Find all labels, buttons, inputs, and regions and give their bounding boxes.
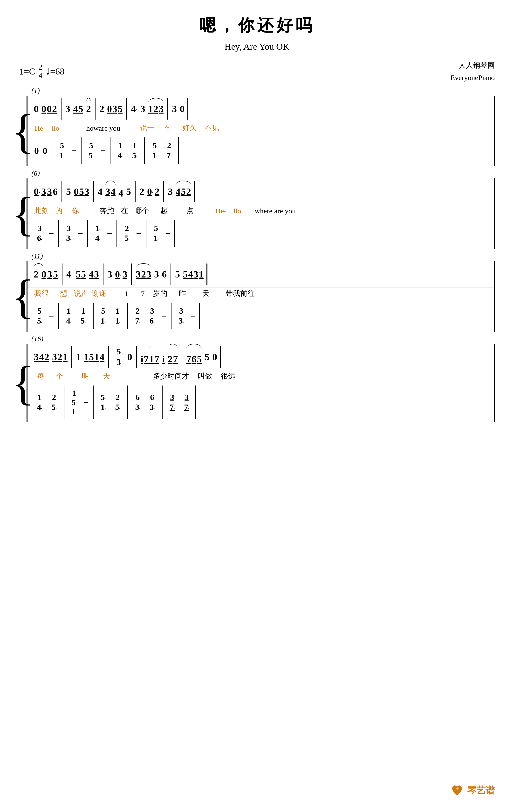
lyric: where are you [255,207,296,215]
lyrics-row-1: He- llo howare you 说一 句 好久 不见 [28,122,494,135]
lyric: 个 [53,371,66,381]
final-barline-bass [195,385,196,419]
barline [93,181,94,202]
final-barline-bass [199,303,200,329]
note: 5 3 [113,346,124,367]
bass-note: 6 3· [147,393,158,412]
brace-1: { [19,96,27,166]
brace-2: { [19,178,27,249]
barline [72,346,72,368]
final-barline [194,181,195,202]
barline [108,346,109,368]
logo-area: 琴艺谱 [450,783,495,798]
lyric: 奔跑 [100,206,114,216]
lyric: 天 [200,289,212,298]
lyric: 想 [57,289,70,298]
barline [135,181,136,202]
barline [61,98,61,120]
lyrics-row-4: 每 个 明 天 多少时间才 叫做 很远 [28,370,494,383]
site-info: 人人钢琴网 EveryonePiano [451,59,495,84]
lyric: 哪个 [135,206,149,216]
barline-bass [116,220,117,246]
lyric: 的 [53,206,65,216]
bass-note: 3 6· [147,306,158,326]
tempo-mark: ♩=68 [46,66,64,77]
bass-note: 1 5· [78,306,88,326]
site-cn: 人人钢琴网 [451,59,495,71]
lyric: 说声 [74,289,88,298]
section-label-1: (1) [31,87,40,95]
final-barline [220,346,221,368]
site-en: EveryonePiano [451,71,495,84]
logo-icon [450,783,464,798]
barline [62,263,62,285]
barline [136,346,137,368]
lyric: He- [215,207,227,215]
system-2: (6) { 0· 3 3 6 5 0 5 [19,178,495,249]
lyric: 句 [162,123,175,133]
page: 嗯，你还好吗 Hey, Are You OK 1=C 2 4 ♩=68 人人钢琴… [0,0,514,812]
lyric: 在 [118,206,131,216]
section-label-3: (11) [31,252,43,260]
bass-note: 5 5· [86,141,96,161]
note-002-m1: 0 0 2 [41,103,57,115]
final-barline [206,263,207,285]
time-signature: 2 4 [38,63,44,80]
bass-row-3: 5 5· − 1 4· 1 5· 5 1· [28,300,494,332]
lyric: 岁的 [153,289,167,298]
bass-row-4: 1 4· 2 5· 1 5· 1· − 5· [28,383,494,422]
bass-note: 1 4· [34,393,45,412]
barline-bass [87,220,88,246]
barline-bass [64,385,64,419]
lyric: 多少时间才 [153,371,189,381]
lyric: 1 [120,290,133,298]
bass-note: 3 3· [63,224,74,243]
bass-note: 5 5· [34,306,45,326]
bass-note: 5 1· [98,306,109,326]
barline [167,98,168,120]
barline [103,263,104,285]
song-title-cn: 嗯，你还好吗 [19,14,495,36]
bass-note: 1· 4· [92,224,103,243]
bass-note: 5· 1· [98,393,109,412]
section-label-2: (6) [31,169,40,177]
lyric: 天 [101,371,113,381]
barline [61,181,62,202]
final-barline [188,98,189,120]
bass-note: 6 3· [133,393,143,412]
lyric: 叫做 [198,371,212,381]
bass-note: 2 7· [133,306,143,326]
barline-bass [144,138,145,164]
system-1: (1) { 0 0 0 2 [19,96,495,166]
title-section: 嗯，你还好吗 Hey, Are You OK [19,14,495,52]
bass-note: 2 5· [112,393,123,412]
lyric: 点 [184,206,196,216]
logo-text: 琴艺谱 [467,784,495,796]
song-title-en: Hey, Are You OK [19,41,495,52]
key-tempo: 1=C 2 4 ♩=68 [19,59,64,84]
barline-bass [110,138,111,164]
barline-bass [162,385,163,419]
lyric: 此刻 [34,206,49,216]
lyric: 带我前往 [226,289,255,298]
lyric: 起 [158,206,170,216]
barline-bass [81,138,82,164]
lyric: 好久 [182,123,197,133]
bass-note: 3 3· [176,306,187,326]
bass-note: 1 5· [129,141,140,161]
barline [171,263,171,285]
bass-note: 2 5· [49,393,59,412]
lyric: 每 [34,371,47,381]
lyric: 明 [79,371,92,381]
barline-bass [52,138,52,164]
final-barline-bass [174,220,175,246]
treble-row-2: 0· 3 3 6 5 0 5 3 4 [28,178,494,205]
barline-bass [171,303,171,329]
bass-note: 5 1· [151,224,161,243]
barline [131,263,132,285]
lyric: 很远 [221,371,235,381]
lyric: llo [231,207,244,215]
lyric: llo [49,124,62,133]
lyric: 7 [137,290,149,298]
bass-note: 2 7· [164,141,174,161]
